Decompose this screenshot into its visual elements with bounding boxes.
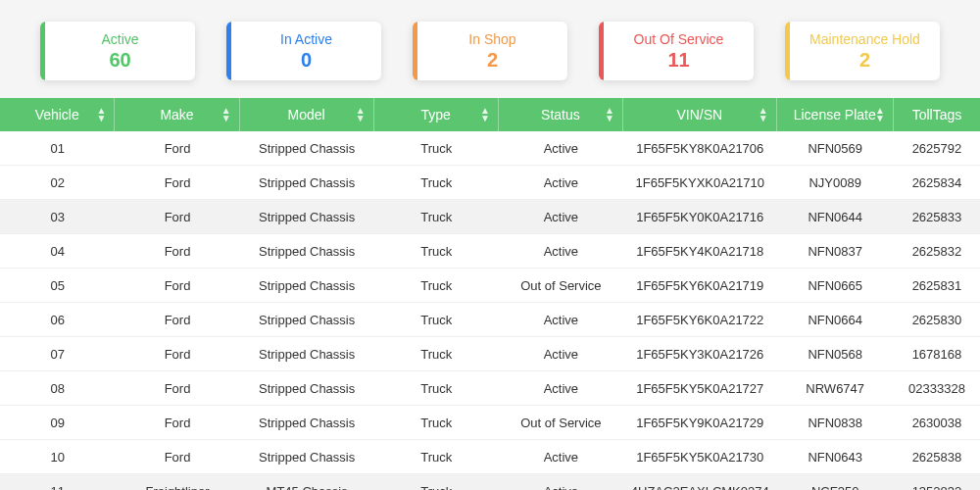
cell-model: Stripped Chassis (240, 416, 374, 430)
column-header-vehicle[interactable]: Vehicle▲▼ (0, 98, 115, 131)
table-row[interactable]: 07FordStripped ChassisTruckActive1F65F5K… (0, 337, 980, 371)
column-label: License Plate (794, 107, 876, 122)
cell-vehicle: 11 (0, 484, 115, 491)
table-row[interactable]: 09FordStripped ChassisTruckOut of Servic… (0, 406, 980, 440)
cell-vehicle: 07 (0, 347, 115, 362)
column-label: Vehicle (35, 107, 79, 122)
column-header-vin-sn[interactable]: VIN/SN▲▼ (623, 98, 777, 131)
table-row[interactable]: 11FreightlinerMT45 ChassisTruckActive4UZ… (0, 474, 980, 490)
column-label: VIN/SN (676, 107, 722, 122)
cell-vehicle: 04 (0, 244, 115, 259)
card-label: Maintenance Hold (809, 31, 920, 47)
column-label: Make (160, 107, 193, 122)
cell-vehicle: 08 (0, 381, 115, 396)
cell-vin: 1F65F5KY5K0A21727 (623, 381, 777, 396)
cell-status: Out of Service (499, 416, 623, 430)
sort-icon[interactable]: ▲▼ (875, 107, 885, 122)
cell-vehicle: 09 (0, 416, 115, 430)
cell-make: Ford (115, 347, 239, 362)
table-row[interactable]: 02FordStripped ChassisTruckActive1F65F5K… (0, 166, 980, 200)
cell-plate: NFN0568 (777, 347, 894, 362)
cell-vin: 4UZAC2EAXLCMK0274 (623, 484, 777, 491)
sort-icon[interactable]: ▲▼ (221, 107, 231, 122)
cell-vin: 1F65F5KY5K0A21730 (623, 450, 777, 465)
card-value: 11 (667, 49, 689, 72)
table-row[interactable]: 05FordStripped ChassisTruckOut of Servic… (0, 269, 980, 303)
cell-status: Active (499, 210, 623, 224)
card-label: Active (101, 31, 138, 47)
sort-icon[interactable]: ▲▼ (97, 107, 107, 122)
cell-model: Stripped Chassis (240, 313, 374, 327)
status-card-active[interactable]: Active60 (40, 22, 195, 80)
cell-vehicle: 05 (0, 278, 115, 293)
cell-plate: NFN0569 (777, 141, 894, 156)
cell-toll: 02333328 (894, 381, 980, 396)
column-header-model[interactable]: Model▲▼ (240, 98, 374, 131)
sort-icon[interactable]: ▲▼ (759, 107, 768, 122)
card-label: In Shop (468, 31, 515, 47)
card-body: In Shop2 (417, 22, 567, 80)
sort-icon[interactable]: ▲▼ (356, 107, 366, 122)
cell-vin: 1F65F5KYXK0A21710 (623, 175, 777, 190)
cell-type: Truck (374, 416, 499, 430)
column-header-tolltags[interactable]: TollTags (894, 98, 980, 131)
card-body: In Active0 (231, 22, 381, 80)
cell-type: Truck (374, 244, 499, 259)
cell-vin: 1F65F5KY8K0A21706 (623, 141, 777, 156)
status-card-in-active[interactable]: In Active0 (226, 22, 381, 80)
cell-status: Active (499, 141, 623, 156)
cell-plate: NFN0838 (777, 416, 894, 430)
cell-toll: 2625832 (894, 244, 980, 259)
cell-vin: 1F65F5KY6K0A21722 (623, 313, 777, 327)
cell-status: Active (499, 244, 623, 259)
cell-toll: 1352832 (894, 484, 980, 491)
cell-toll: 2625831 (894, 278, 980, 293)
card-label: Out Of Service (634, 31, 724, 47)
sort-icon[interactable]: ▲▼ (605, 107, 614, 122)
table-row[interactable]: 06FordStripped ChassisTruckActive1F65F5K… (0, 303, 980, 337)
cell-make: Ford (115, 175, 239, 190)
sort-icon[interactable]: ▲▼ (480, 107, 490, 122)
cell-type: Truck (374, 450, 499, 465)
cell-toll: 2625830 (894, 313, 980, 327)
cell-model: Stripped Chassis (240, 210, 374, 224)
card-body: Active60 (45, 22, 195, 80)
cell-make: Freightliner (115, 484, 239, 491)
cell-status: Out of Service (499, 278, 623, 293)
cell-status: Active (499, 175, 623, 190)
column-label: Model (288, 107, 325, 122)
column-header-type[interactable]: Type▲▼ (374, 98, 499, 131)
table-row[interactable]: 01FordStripped ChassisTruckActive1F65F5K… (0, 131, 980, 166)
table-row[interactable]: 08FordStripped ChassisTruckActive1F65F5K… (0, 371, 980, 406)
status-cards: Active60In Active0In Shop2Out Of Service… (0, 0, 980, 98)
table-row[interactable]: 04FordStripped ChassisTruckActive1F65F5K… (0, 234, 980, 269)
cell-make: Ford (115, 313, 239, 327)
cell-vin: 1F65F5KY4K0A21718 (623, 244, 777, 259)
card-value: 2 (859, 49, 870, 72)
cell-make: Ford (115, 416, 239, 430)
status-card-in-shop[interactable]: In Shop2 (413, 22, 567, 80)
cell-vin: 1F65F5KY3K0A21726 (623, 347, 777, 362)
column-header-license-plate[interactable]: License Plate▲▼ (777, 98, 894, 131)
column-header-make[interactable]: Make▲▼ (115, 98, 239, 131)
cell-plate: NFN0837 (777, 244, 894, 259)
column-header-status[interactable]: Status▲▼ (499, 98, 623, 131)
card-label: In Active (280, 31, 332, 47)
cell-type: Truck (374, 313, 499, 327)
cell-model: Stripped Chassis (240, 175, 374, 190)
cell-model: Stripped Chassis (240, 278, 374, 293)
cell-toll: 2630038 (894, 416, 980, 430)
status-card-maintenance-hold[interactable]: Maintenance Hold2 (785, 22, 940, 80)
cell-plate: NFN0643 (777, 450, 894, 465)
table-header: Vehicle▲▼Make▲▼Model▲▼Type▲▼Status▲▼VIN/… (0, 98, 980, 131)
status-card-out-of-service[interactable]: Out Of Service11 (599, 22, 754, 80)
cell-make: Ford (115, 210, 239, 224)
cell-make: Ford (115, 141, 239, 156)
card-body: Maintenance Hold2 (790, 22, 940, 80)
cell-model: Stripped Chassis (240, 244, 374, 259)
column-label: Type (421, 107, 451, 122)
cell-type: Truck (374, 141, 499, 156)
table-row[interactable]: 10FordStripped ChassisTruckActive1F65F5K… (0, 440, 980, 474)
table-row[interactable]: 03FordStripped ChassisTruckActive1F65F5K… (0, 200, 980, 234)
cell-vin: 1F65F5KY9K0A21729 (623, 416, 777, 430)
